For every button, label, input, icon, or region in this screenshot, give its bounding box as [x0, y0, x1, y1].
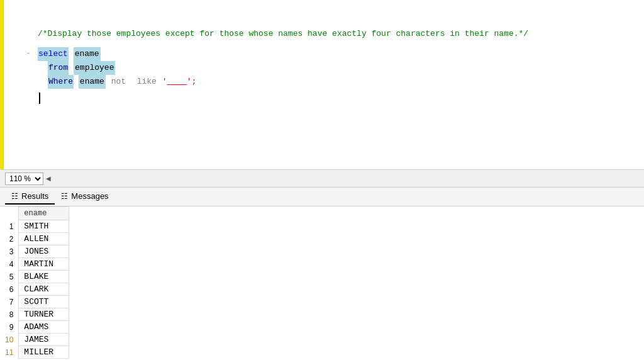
ename-cell: TURNER [19, 308, 69, 321]
from-line: from employee [38, 61, 638, 75]
table-row: 9ADAMS [0, 321, 69, 334]
ename-cell: JONES [19, 245, 69, 258]
ename-cell: SCOTT [19, 296, 69, 308]
row-number: 2 [0, 233, 19, 245]
row-number: 9 [0, 321, 19, 334]
like-keyword: like [136, 75, 157, 89]
scroll-left-icon[interactable]: ◀ [46, 175, 51, 182]
tab-messages[interactable]: ☷ Messages [55, 189, 114, 205]
select-line: ⁻ select ename [38, 47, 638, 61]
ename-header: ename [19, 207, 69, 220]
ename-cell: BLAKE [19, 271, 69, 283]
where-keyword: Where [48, 75, 74, 89]
message-icon: ☷ [61, 192, 68, 201]
ename-cell: ALLEN [19, 233, 69, 245]
code-block: ⁻ select ename from employee Where ename… [38, 47, 638, 104]
row-number: 5 [0, 271, 19, 283]
zoom-select[interactable]: 110 % [5, 172, 43, 185]
grid-icon: ☷ [11, 192, 18, 201]
table-row: 6CLARK [0, 283, 69, 296]
row-number: 11 [0, 346, 19, 359]
tab-results[interactable]: ☷ Results [5, 189, 55, 205]
from-table: employee [74, 61, 115, 75]
cursor [39, 93, 638, 104]
comment-line: /*Display those employees except for tho… [38, 29, 638, 38]
ename-cell: JAMES [19, 334, 69, 346]
results-body: 1SMITH2ALLEN3JONES4MARTIN5BLAKE6CLARK7SC… [0, 220, 69, 359]
row-number: 10 [0, 334, 19, 346]
where-field: ename [79, 75, 106, 89]
table-row: 4MARTIN [0, 258, 69, 271]
ename-cell: SMITH [19, 220, 69, 233]
results-table: ename 1SMITH2ALLEN3JONES4MARTIN5BLAKE6CL… [0, 206, 69, 359]
table-row: 3JONES [0, 245, 69, 258]
row-number: 6 [0, 283, 19, 296]
table-row: 10JAMES [0, 334, 69, 346]
table-row: 1SMITH [0, 220, 69, 233]
editor-panel: /*Display those employees except for tho… [0, 0, 644, 170]
tab-results-label: Results [21, 191, 48, 201]
ename-cell: MILLER [19, 346, 69, 359]
where-line: Where ename not like '____'; [38, 75, 638, 89]
results-panel: ename 1SMITH2ALLEN3JONES4MARTIN5BLAKE6CL… [0, 206, 644, 360]
row-number-header [0, 207, 19, 220]
select-keyword: select [38, 47, 69, 61]
status-bar: 110 % ◀ [0, 170, 644, 188]
from-keyword: from [48, 61, 69, 75]
table-row: 11MILLER [0, 346, 69, 359]
ename-cell: ADAMS [19, 321, 69, 334]
table-row: 7SCOTT [0, 296, 69, 308]
row-number: 7 [0, 296, 19, 308]
tabs-bar: ☷ Results ☷ Messages [0, 188, 644, 206]
table-row: 5BLAKE [0, 271, 69, 283]
ename-cell: CLARK [19, 283, 69, 296]
row-number: 8 [0, 308, 19, 321]
row-number: 1 [0, 220, 19, 233]
ename-cell: MARTIN [19, 258, 69, 271]
tab-messages-label: Messages [71, 191, 108, 201]
row-number: 4 [0, 258, 19, 271]
string-value: '____'; [162, 75, 197, 89]
collapse-icon[interactable]: ⁻ [26, 48, 30, 62]
table-row: 2ALLEN [0, 233, 69, 245]
row-number: 3 [0, 245, 19, 258]
not-keyword: not [111, 75, 126, 89]
table-row: 8TURNER [0, 308, 69, 321]
table-header-row: ename [0, 207, 69, 220]
select-field: ename [74, 47, 101, 61]
